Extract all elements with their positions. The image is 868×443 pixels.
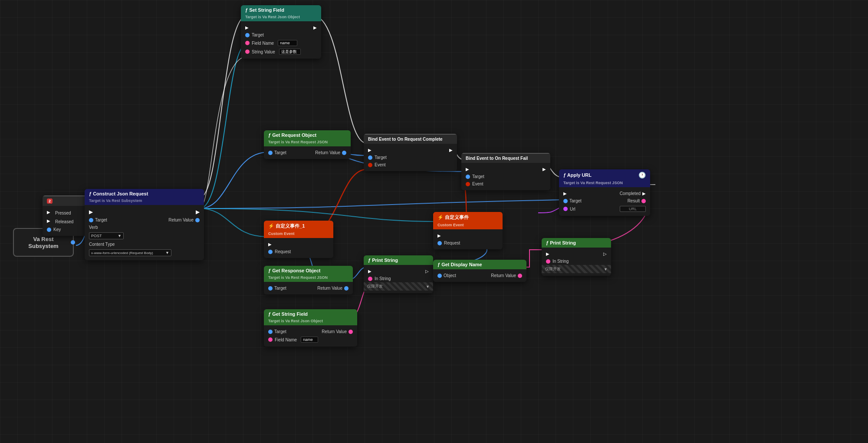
get-string-field-node: ƒ Get String Field Target is Va Rest Jso… [264, 309, 357, 347]
gro-body: Target Return Value [264, 146, 351, 159]
ps1-exec-row: ▶ ▷ [364, 268, 433, 275]
cj-content-value: x-www-form-urlencoded (Request Body) [91, 251, 153, 255]
au-target-label: Target [569, 198, 582, 203]
gro-return-pin [342, 151, 346, 155]
ssf-stringval-pin [245, 50, 250, 54]
ps2-instring-row: In String [542, 258, 611, 265]
cj-verb-value: POST [91, 234, 102, 238]
gro-return-label: Return Value [315, 150, 340, 155]
ce1-subtitle: Custom Event [268, 231, 295, 236]
cj-target-pin [89, 218, 93, 222]
construct-json-node: ƒ Construct Json Request Target is Va Re… [85, 189, 204, 260]
ps2-instring-pin [546, 259, 550, 264]
bef-exec-row: ▶ ▶ [461, 165, 550, 173]
gsf-fieldname-input[interactable] [301, 337, 318, 343]
gro-target-pin [268, 151, 273, 155]
ce2-exec-row: ▶ [433, 232, 503, 239]
ps1-chevron-down: ▼ [426, 284, 430, 289]
ps2-dev-label: 仅限开发 [545, 266, 561, 272]
ssf-fieldname-input[interactable] [278, 40, 297, 46]
gsf-fieldname-pin [268, 337, 273, 342]
gdn-header: ƒ Get Display Name [433, 260, 526, 269]
gdn-body: Object Return Value [433, 269, 526, 282]
cj-verb-dropdown-row[interactable]: POST ▼ [85, 231, 204, 241]
gsf-header: ƒ Get String Field Target is Va Rest Jso… [264, 309, 357, 325]
cj-content-dropdown[interactable]: x-www-form-urlencoded (Request Body) ▼ [89, 249, 171, 256]
subsystem-label: Va Rest Subsystem [28, 236, 58, 249]
print-string-1-node: ƒ Print String ▶ ▷ In String 仅限开发 ▼ [364, 255, 433, 293]
cj-verb-dropdown[interactable]: POST ▼ [89, 232, 124, 239]
cj-return-label: Return Value [168, 218, 194, 222]
au-url-label: Url [570, 207, 575, 212]
ps2-header: ƒ Print String [542, 238, 611, 248]
ssf-exec-row: ▶ ▶ [241, 24, 321, 31]
ssf-title: ƒ Set String Field [245, 7, 284, 13]
bef-header: Bind Event to On Request Fail [461, 153, 550, 163]
cj-verb-label: Verb [89, 225, 98, 230]
greso-title: ƒ Get Response Object [268, 268, 320, 273]
gsf-return-label: Return Value [322, 329, 347, 334]
gdn-object-label: Object [444, 273, 456, 278]
au-exec-row: ▶ Completed ▶ [559, 190, 650, 197]
au-body: ▶ Completed ▶ Target Result Url URL [559, 187, 650, 216]
au-target-pin [563, 199, 568, 203]
gdn-pins-row: Object Return Value [433, 272, 526, 279]
ps2-chevron-down: ▼ [604, 267, 608, 271]
print-string-2-node: ƒ Print String ▶ ▷ In String 仅限开发 ▼ [542, 238, 611, 276]
ce1-request-pin [268, 250, 273, 254]
ssf-body: ▶ ▶ Target Field Name String Value [241, 21, 321, 59]
cj-content-dropdown-row[interactable]: x-www-form-urlencoded (Request Body) ▼ [85, 248, 204, 258]
get-display-name-node: ƒ Get Display Name Object Return Value [433, 260, 526, 282]
bec-exec-row: ▶ ▶ [364, 146, 457, 154]
ssf-target-pin [245, 33, 250, 37]
bef-title: Bind Event to On Request Fail [466, 156, 528, 161]
gdn-object-pin [437, 274, 442, 278]
get-request-object-node: ƒ Get Request Object Target is Va Rest R… [264, 130, 351, 159]
cj-exec-row: ▶ ▶ [85, 208, 204, 216]
greso-return-pin [344, 286, 349, 291]
gsf-pins-row: Target Return Value [264, 328, 357, 335]
ssf-stringval-input[interactable] [279, 49, 301, 55]
bec-target-row: Target [364, 154, 457, 161]
ssf-fieldname-label: Field Name [252, 41, 274, 46]
greso-subtitle: Target is Va Rest Request JSON [268, 275, 328, 280]
ce2-subtitle: Custom Event [437, 223, 464, 227]
cj-content-label: Content Type [89, 242, 115, 247]
au-url-row: Url URL [559, 205, 650, 213]
ssf-fieldname-row: Field Name [241, 39, 321, 47]
ssf-subtitle: Target is Va Rest Json Object [245, 15, 300, 19]
ps1-instring-pin [368, 277, 372, 281]
gsf-return-pin [349, 330, 353, 334]
ps1-instring-row: In String [364, 275, 433, 282]
construct-json-body: ▶ ▶ Target Return Value Verb POST ▼ Cont… [85, 205, 204, 260]
au-clock-icon: 🕐 [638, 172, 646, 179]
key-pin [47, 228, 51, 232]
ps1-dev-banner: 仅限开发 ▼ [364, 282, 433, 291]
bef-target-label: Target [472, 174, 484, 179]
released-exec-pin [47, 218, 53, 225]
gdn-return-pin [518, 274, 522, 278]
bef-event-row: Event [461, 180, 550, 188]
cj-target-label: Target [95, 218, 107, 222]
ce1-exec-row: ▶ [264, 241, 333, 248]
au-header: ƒ Apply URL 🕐 Target is Va Rest Request … [559, 169, 650, 187]
key-label: Key [53, 227, 61, 232]
gro-target-label: Target [274, 150, 286, 155]
gsf-fieldname-row: Field Name [264, 335, 357, 344]
au-result-pin [641, 199, 646, 203]
au-result-label: Result [628, 198, 640, 203]
gdn-return-label: Return Value [491, 273, 516, 278]
bef-body: ▶ ▶ Target Event [461, 163, 550, 190]
au-completed-label: Completed [620, 191, 641, 196]
construct-json-header: ƒ Construct Json Request Target is Va Re… [85, 189, 204, 205]
ce1-body: ▶ Request [264, 238, 333, 258]
pressed-label: Pressed [55, 211, 71, 215]
ps2-title: ƒ Print String [546, 240, 576, 245]
bec-header: Bind Event to On Request Complete [364, 134, 457, 144]
gsf-fieldname-label: Field Name [275, 337, 297, 342]
bind-event-fail-node: Bind Event to On Request Fail ▶ ▶ Target… [461, 153, 550, 190]
ps1-header: ƒ Print String [364, 255, 433, 265]
ce1-request-label: Request [275, 249, 291, 254]
key2-badge: 2 [47, 198, 53, 204]
ps1-instring-label: In String [375, 276, 391, 281]
